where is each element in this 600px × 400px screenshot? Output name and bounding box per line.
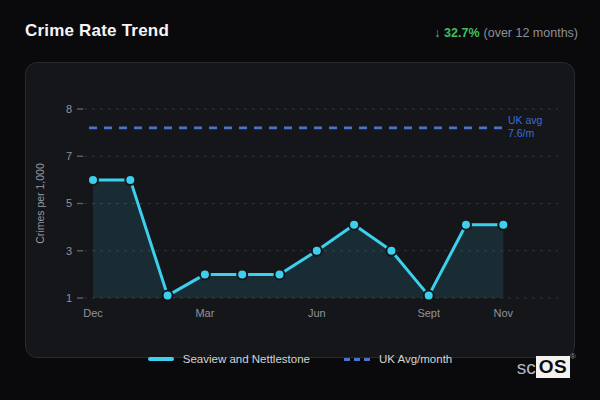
x-tick-label: Mar bbox=[195, 307, 214, 319]
x-tick-label: Jun bbox=[308, 307, 326, 319]
data-point[interactable] bbox=[424, 291, 434, 301]
data-point[interactable] bbox=[386, 246, 396, 256]
scos-logo: sc OS ® bbox=[517, 356, 576, 378]
y-axis-title: Crimes per 1,000 bbox=[34, 163, 46, 244]
legend-label: Seaview and Nettlestone bbox=[183, 353, 310, 365]
page-title: Crime Rate Trend bbox=[25, 21, 169, 41]
y-tick-label: 8 bbox=[66, 103, 72, 115]
trend-stat: ↓ 32.7%(over 12 months) bbox=[434, 26, 578, 40]
y-tick-label: 5 bbox=[66, 197, 72, 209]
data-point[interactable] bbox=[88, 175, 98, 185]
uk-avg-annotation-line1: UK avg bbox=[508, 114, 543, 126]
data-point[interactable] bbox=[312, 246, 322, 256]
data-point[interactable] bbox=[237, 269, 247, 279]
data-point[interactable] bbox=[200, 269, 210, 279]
crime-trend-chart: 87531Crimes per 1,000DecMarJunSeptNovUK … bbox=[26, 63, 576, 359]
solid-line-swatch-icon bbox=[148, 357, 174, 361]
trend-value: 32.7% bbox=[444, 26, 479, 40]
legend-item-uk-avg[interactable]: UK Avg/month bbox=[344, 353, 452, 365]
x-tick-label: Nov bbox=[494, 307, 514, 319]
chart-card: 87531Crimes per 1,000DecMarJunSeptNovUK … bbox=[25, 62, 575, 358]
y-tick-label: 3 bbox=[66, 245, 72, 257]
dashed-line-swatch-icon bbox=[344, 358, 370, 361]
trend-down-arrow-icon: ↓ bbox=[434, 26, 440, 40]
data-point[interactable] bbox=[498, 220, 508, 230]
legend-item-seaview[interactable]: Seaview and Nettlestone bbox=[148, 353, 310, 365]
data-point[interactable] bbox=[125, 175, 135, 185]
y-tick-label: 7 bbox=[66, 150, 72, 162]
data-point[interactable] bbox=[163, 291, 173, 301]
legend-label: UK Avg/month bbox=[379, 353, 452, 365]
logo-prefix: sc bbox=[517, 358, 536, 378]
registered-trademark-icon: ® bbox=[570, 353, 576, 361]
logo-suffix: OS bbox=[536, 356, 570, 378]
data-point[interactable] bbox=[349, 220, 359, 230]
chart-legend: Seaview and Nettlestone UK Avg/month bbox=[0, 353, 600, 365]
series-area-fill bbox=[93, 180, 503, 298]
data-point[interactable] bbox=[461, 220, 471, 230]
x-tick-label: Sept bbox=[417, 307, 440, 319]
trend-caption: (over 12 months) bbox=[484, 26, 578, 40]
y-tick-label: 1 bbox=[66, 292, 72, 304]
data-point[interactable] bbox=[275, 269, 285, 279]
uk-avg-annotation-line2: 7.6/m bbox=[508, 127, 535, 139]
x-tick-label: Dec bbox=[83, 307, 103, 319]
